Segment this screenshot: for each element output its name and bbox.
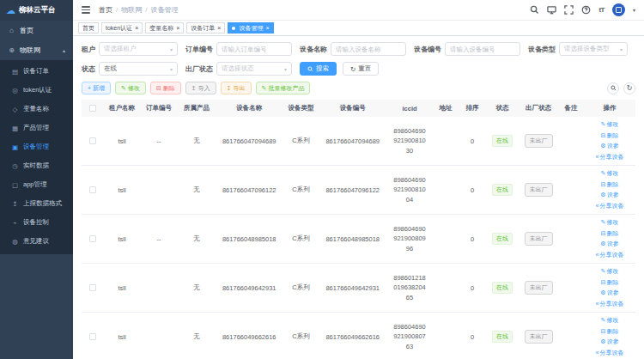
sidebar-submenu-item[interactable]: ◷ 实时数据 (0, 156, 73, 175)
monitor-icon[interactable] (547, 5, 556, 15)
sidebar-submenu-item[interactable]: ◍ 意见建议 (0, 232, 73, 251)
row-set-params-link[interactable]: ⚙ 设参 (600, 240, 618, 248)
tab-variable-name[interactable]: 变量名称 × (145, 22, 184, 33)
fullscreen-icon[interactable] (564, 5, 574, 15)
row-delete-label: 删除 (606, 131, 618, 140)
device-no-input[interactable] (450, 46, 515, 53)
device-no-field[interactable] (445, 42, 520, 56)
factory-status-badge[interactable]: 未出厂 (525, 183, 553, 197)
row-edit-link[interactable]: ✎ 修改 (601, 169, 619, 178)
row-share-device-link[interactable]: « 分享设备 (596, 251, 624, 259)
sidebar-submenu-item[interactable]: ⌁ 设备控制 (0, 213, 73, 232)
refresh-button[interactable]: ↻ (623, 82, 635, 94)
sidebar-submenu-item[interactable]: ◇ 变量名称 (0, 100, 73, 119)
filter-row-2: 状态 在线 ▾ 出厂状态 请选择状态 ▾ 搜索 (82, 62, 635, 76)
factory-status-badge[interactable]: 未出厂 (525, 232, 553, 246)
cell-tenant: tsll (104, 235, 140, 243)
avatar[interactable] (612, 3, 625, 16)
row-set-params-link[interactable]: ⚙ 设参 (600, 142, 618, 150)
close-icon[interactable]: × (265, 25, 269, 31)
cell-device-type: C系列 (283, 283, 319, 292)
row-checkbox[interactable] (89, 235, 96, 242)
row-edit-link[interactable]: ✎ 修改 (601, 120, 619, 129)
row-share-device-link[interactable]: « 分享设备 (596, 202, 624, 210)
batch-edit-product-button[interactable]: ✎ 批量修改产品 (256, 82, 311, 94)
font-size-icon[interactable]: tT (598, 6, 605, 14)
row-checkbox[interactable] (89, 284, 96, 291)
hamburger-icon[interactable] (82, 6, 90, 14)
factory-status-badge[interactable]: 未出厂 (525, 281, 553, 295)
breadcrumb-home[interactable]: 首页 (99, 5, 112, 15)
tab-device-management[interactable]: 设备管理 × (228, 22, 273, 33)
row-checkbox[interactable] (89, 333, 96, 340)
order-no-input[interactable] (222, 46, 287, 53)
device-type-select[interactable]: 请选择设备类型 ▾ (559, 42, 628, 56)
row-delete-link[interactable]: ⊟ 删除 (601, 180, 619, 189)
search-icon[interactable] (530, 5, 539, 15)
sidebar-item-home[interactable]: ⌂ 首页 (0, 21, 73, 40)
row-edit-link[interactable]: ✎ 修改 (601, 316, 619, 325)
reset-button-label: 重置 (358, 64, 371, 73)
device-name-input[interactable] (336, 46, 401, 53)
row-share-device-link[interactable]: « 分享设备 (596, 300, 624, 308)
sidebar-submenu-item[interactable]: ▢ app管理 (0, 175, 73, 194)
gear-icon: ⚙ (600, 143, 605, 149)
toggle-search-button[interactable] (607, 82, 619, 94)
tab-token-auth[interactable]: token认证 × (101, 22, 143, 33)
factory-status-badge[interactable]: 未出厂 (525, 134, 553, 148)
sidebar-submenu-item[interactable]: ◎ token认证 (0, 81, 73, 100)
add-button[interactable]: + 新增 (82, 82, 111, 94)
select-all-checkbox[interactable] (89, 105, 96, 112)
row-edit-link[interactable]: ✎ 修改 (601, 218, 619, 227)
chevron-down-icon[interactable]: ▾ (633, 7, 635, 13)
edit-button[interactable]: ✎ 修改 (115, 82, 146, 94)
row-delete-link[interactable]: ⊟ 删除 (601, 327, 619, 336)
close-icon[interactable]: × (135, 25, 138, 31)
row-share-device-link[interactable]: « 分享设备 (596, 153, 624, 161)
close-icon[interactable]: × (217, 25, 221, 31)
device-name-field[interactable] (331, 42, 406, 56)
cell-order: -- (140, 235, 178, 243)
sidebar-submenu-item[interactable]: ▣ 设备管理 (0, 137, 73, 156)
sidebar-submenu-item[interactable]: ▤ 设备订单 (0, 62, 73, 81)
cell-iccid: 89860469092190081004 (386, 175, 433, 204)
factory-status-badge[interactable]: 未出厂 (525, 330, 553, 344)
row-share-device-label: 分享设备 (599, 153, 623, 161)
row-delete-link[interactable]: ⊟ 删除 (601, 278, 619, 287)
row-set-params-link[interactable]: ⚙ 设参 (600, 289, 618, 297)
table-toolbar: + 新增 ✎ 修改 ⊟ 删除 ↥ 导入 ↧ 导出 (82, 82, 635, 94)
sidebar-submenu-item[interactable]: ↥ 上报数据格式 (0, 194, 73, 213)
factory-status-select[interactable]: 请选择状态 ▾ (216, 62, 292, 76)
delete-button[interactable]: ⊟ 删除 (150, 82, 181, 94)
row-share-device-link[interactable]: « 分享设备 (596, 349, 624, 357)
search-button[interactable]: 搜索 (300, 62, 337, 76)
sidebar-group-iot[interactable]: ⊕ 物联网 ▴ (0, 40, 73, 60)
row-checkbox[interactable] (89, 186, 96, 193)
close-icon[interactable]: × (176, 25, 179, 31)
gear-icon: ⚙ (600, 240, 605, 247)
row-delete-link[interactable]: ⊟ 删除 (601, 131, 619, 140)
row-set-params-link[interactable]: ⚙ 设参 (600, 191, 618, 199)
reset-button[interactable]: ↻ 重置 (343, 62, 379, 76)
sidebar-submenu-item[interactable]: ▦ 产品管理 (0, 119, 73, 137)
row-set-params-link[interactable]: ⚙ 设参 (600, 338, 618, 346)
tab-home[interactable]: 首页 (78, 22, 99, 33)
export-button[interactable]: ↧ 导出 (221, 82, 252, 94)
row-edit-label: 修改 (606, 169, 618, 178)
tab-label: token认证 (106, 24, 132, 33)
row-edit-link[interactable]: ✎ 修改 (601, 267, 619, 276)
import-button[interactable]: ↥ 导入 (185, 82, 216, 94)
cell-device-no: 861766049662616 (319, 333, 387, 341)
search-icon (611, 85, 617, 91)
row-delete-link[interactable]: ⊟ 删除 (601, 229, 619, 238)
order-no-field[interactable] (216, 42, 292, 56)
row-edit-label: 修改 (606, 120, 618, 129)
tenant-select[interactable]: 请选择租户 ▾ (99, 42, 178, 56)
help-icon[interactable] (581, 5, 591, 15)
edit-icon: ✎ (601, 317, 606, 324)
status-select[interactable]: 在线 ▾ (99, 62, 178, 76)
row-checkbox[interactable] (89, 137, 96, 144)
row-share-device-label: 分享设备 (599, 251, 623, 259)
header-order: 订单编号 (140, 104, 178, 113)
tab-device-order[interactable]: 设备订单 × (186, 22, 225, 33)
